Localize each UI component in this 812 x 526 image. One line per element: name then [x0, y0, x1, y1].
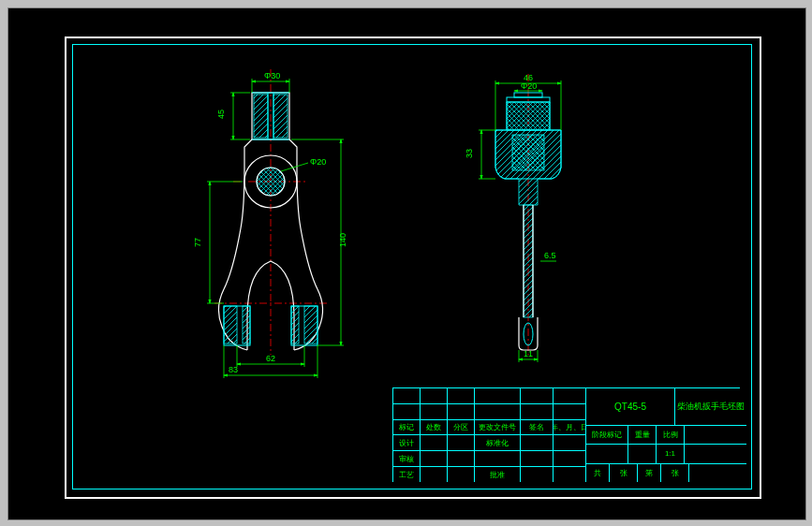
svg-rect-47 [524, 205, 533, 317]
dim-top-width: Φ30 [264, 71, 280, 80]
right-view: 46 Φ20 33 6.5 11 [465, 73, 561, 362]
tb-s1: 共 [586, 464, 610, 482]
svg-rect-6 [254, 95, 268, 138]
svg-rect-44 [512, 135, 544, 170]
tb-h1: 标记 [393, 420, 421, 435]
drawing-title: 柴油机扳手毛坯图 [675, 388, 746, 425]
tb-s4: 张 [661, 464, 689, 482]
dim-circle: Φ20 [310, 157, 326, 167]
tb-r1: 设计 [393, 435, 421, 450]
svg-rect-16 [243, 306, 250, 343]
cad-canvas[interactable]: Φ30 45 77 140 Φ20 62 [7, 7, 806, 520]
svg-rect-18 [304, 306, 317, 343]
tb-h2: 处数 [421, 420, 448, 435]
dim-r-left: 33 [465, 149, 474, 158]
svg-rect-41 [507, 102, 550, 130]
svg-rect-7 [273, 95, 288, 138]
tb-s2: 张 [610, 464, 638, 482]
tb-h5: 签名 [521, 420, 554, 435]
material-code: QT45-5 [586, 388, 675, 425]
titleblock-right: QT45-5 柴油机扳手毛坯图 阶段标记 重量 比例 1:1 共 张 第 张 [586, 388, 746, 482]
svg-rect-15 [224, 306, 237, 343]
tb-c1: 标准化 [475, 435, 521, 450]
left-view: Φ30 45 77 140 Φ20 62 [193, 69, 347, 378]
tb-c2: 批准 [475, 467, 521, 482]
tb-l2: 重量 [628, 426, 657, 444]
tb-r3: 工艺 [393, 467, 421, 482]
tb-r2: 审核 [393, 451, 421, 466]
dim-bottom-outer: 83 [229, 365, 238, 374]
svg-rect-17 [291, 306, 299, 343]
dim-r-inner: Φ20 [521, 81, 537, 91]
tb-h3: 分区 [448, 420, 475, 435]
dim-left-lower: 77 [193, 238, 202, 247]
tb-h6: 年、月、日 [554, 420, 585, 435]
tb-l3: 比例 [657, 426, 685, 444]
tb-s3: 第 [638, 464, 661, 482]
dim-r-bottom: 11 [524, 349, 533, 358]
dim-bottom-inner: 62 [266, 354, 275, 363]
tb-scale: 1:1 [657, 445, 685, 462]
dim-right-height: 140 [338, 233, 347, 247]
dim-left-upper: 45 [216, 110, 226, 119]
tb-h4: 更改文件号 [475, 420, 521, 435]
tb-l1: 阶段标记 [586, 426, 628, 444]
titleblock: 标记 处数 分区 更改文件号 签名 年、月、日 设计 标准化 审核 [392, 387, 740, 482]
titleblock-left: 标记 处数 分区 更改文件号 签名 年、月、日 设计 标准化 审核 [393, 388, 586, 482]
dim-r-slot: 6.5 [544, 251, 556, 260]
